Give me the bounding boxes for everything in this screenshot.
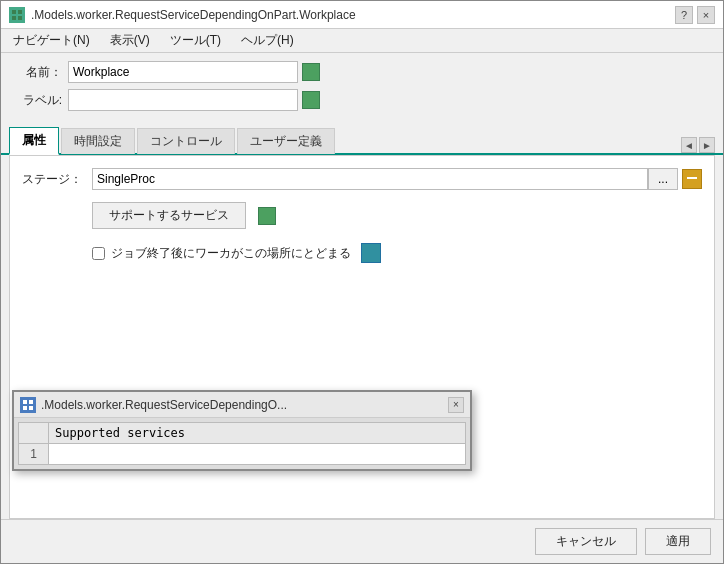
svg-rect-8	[29, 406, 33, 410]
svg-rect-3	[18, 16, 22, 20]
popup-icon	[20, 397, 36, 413]
popup-close-button[interactable]: ×	[448, 397, 464, 413]
svg-rect-2	[12, 16, 16, 20]
svg-rect-0	[12, 10, 16, 14]
tab-time[interactable]: 時間設定	[61, 128, 135, 154]
tab-user-defined[interactable]: ユーザー定義	[237, 128, 335, 154]
row-value[interactable]	[49, 444, 466, 465]
popup-table-col-header: Supported services	[49, 423, 466, 444]
app-icon	[9, 7, 25, 23]
stage-indicator[interactable]	[682, 169, 702, 189]
bottom-bar: キャンセル 適用	[1, 519, 723, 563]
label-row: ラベル:	[13, 89, 711, 111]
stage-ellipsis-button[interactable]: ...	[648, 168, 678, 190]
popup-title-left: .Models.worker.RequestServiceDependingO.…	[20, 397, 287, 413]
popup-table-row-header	[19, 423, 49, 444]
menu-navigate[interactable]: ナビゲート(N)	[5, 30, 98, 51]
service-indicator[interactable]	[258, 207, 276, 225]
svg-rect-5	[23, 400, 27, 404]
svg-rect-7	[23, 406, 27, 410]
service-row: サポートするサービス	[92, 202, 702, 229]
row-input[interactable]	[55, 447, 459, 461]
service-button[interactable]: サポートするサービス	[92, 202, 246, 229]
tab-nav: ◄ ►	[681, 137, 715, 153]
menu-help[interactable]: ヘルプ(H)	[233, 30, 302, 51]
tab-control[interactable]: コントロール	[137, 128, 235, 154]
stay-checkbox[interactable]	[92, 247, 105, 260]
name-input[interactable]	[68, 61, 298, 83]
help-button[interactable]: ?	[675, 6, 693, 24]
label-color-indicator[interactable]	[302, 91, 320, 109]
label-input[interactable]	[68, 89, 298, 111]
label-label: ラベル:	[13, 92, 68, 109]
form-area: 名前： ラベル:	[1, 53, 723, 125]
menu-tools[interactable]: ツール(T)	[162, 30, 229, 51]
table-row: 1	[19, 444, 466, 465]
cancel-button[interactable]: キャンセル	[535, 528, 637, 555]
title-bar-left: .Models.worker.RequestServiceDependingOn…	[9, 7, 356, 23]
window-title: .Models.worker.RequestServiceDependingOn…	[31, 8, 356, 22]
svg-rect-4	[687, 177, 697, 179]
popup-title: .Models.worker.RequestServiceDependingO.…	[41, 398, 287, 412]
menu-bar: ナビゲート(N) 表示(V) ツール(T) ヘルプ(H)	[1, 29, 723, 53]
title-bar: .Models.worker.RequestServiceDependingOn…	[1, 1, 723, 29]
close-button[interactable]: ×	[697, 6, 715, 24]
checkbox-row: ジョブ終了後にワーカがこの場所にとどまる	[92, 243, 702, 263]
name-row: 名前：	[13, 61, 711, 83]
name-color-indicator[interactable]	[302, 63, 320, 81]
row-number: 1	[19, 444, 49, 465]
tab-prev-button[interactable]: ◄	[681, 137, 697, 153]
popup-title-bar: .Models.worker.RequestServiceDependingO.…	[14, 392, 470, 418]
apply-button[interactable]: 適用	[645, 528, 711, 555]
name-label: 名前：	[13, 64, 68, 81]
popup-table: Supported services 1	[18, 422, 466, 465]
popup-table-container: Supported services 1	[14, 418, 470, 469]
popup-dialog: .Models.worker.RequestServiceDependingO.…	[12, 390, 472, 471]
stage-label: ステージ：	[22, 171, 92, 188]
stage-input[interactable]	[92, 168, 648, 190]
tab-attributes[interactable]: 属性	[9, 127, 59, 155]
main-window: .Models.worker.RequestServiceDependingOn…	[0, 0, 724, 564]
svg-rect-1	[18, 10, 22, 14]
tab-next-button[interactable]: ►	[699, 137, 715, 153]
stage-row: ステージ： ...	[22, 168, 702, 190]
stay-label: ジョブ終了後にワーカがこの場所にとどまる	[111, 245, 351, 262]
title-bar-buttons: ? ×	[675, 6, 715, 24]
menu-view[interactable]: 表示(V)	[102, 30, 158, 51]
svg-rect-6	[29, 400, 33, 404]
stay-indicator[interactable]	[361, 243, 381, 263]
tab-bar: 属性 時間設定 コントロール ユーザー定義 ◄ ►	[1, 125, 723, 155]
